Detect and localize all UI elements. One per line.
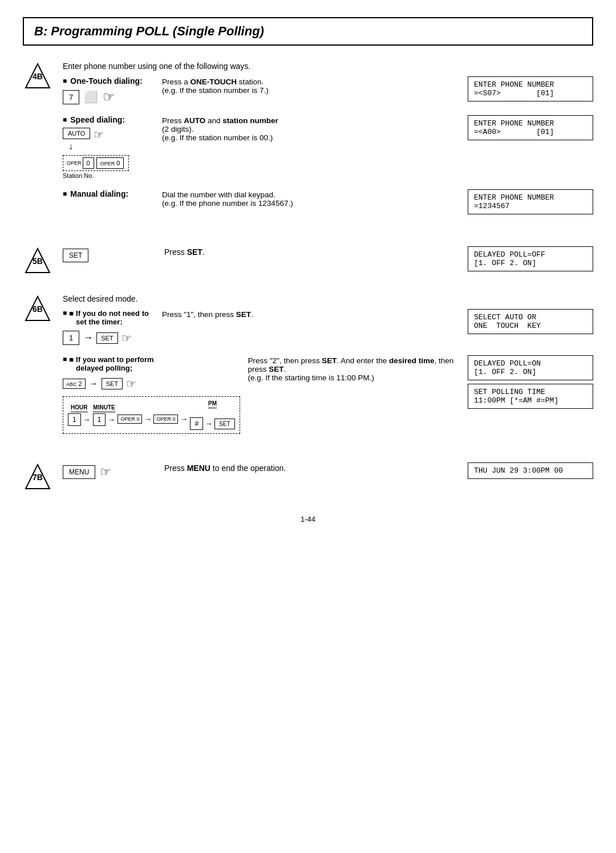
- notimer-set-key: SET: [96, 332, 117, 344]
- notimer-key-1: 1: [63, 331, 79, 345]
- step-4b: 4B Enter phone number using one of the f…: [23, 62, 593, 228]
- step-6b-content: Select desired mode. ■ If you do not nee…: [63, 294, 593, 444]
- notimer-label-text: If you do not need toset the timer:: [76, 309, 149, 326]
- notimer-arrow1: →: [83, 332, 93, 344]
- onetouch-left: One-Touch dialing: 7 ⬜ ☞: [63, 76, 154, 105]
- minute-key-1: 1: [93, 413, 106, 426]
- onetouch-display-box: ENTER PHONE NUMBER =<S07> [01]: [468, 76, 593, 101]
- step-7b-right: THU JUN 29 3:00PM 00: [468, 462, 593, 482]
- notimer-bullet: ■: [69, 309, 74, 318]
- notimer-display-box: SELECT AUTO OR ONE TOUCH KEY: [468, 309, 593, 334]
- hour-key-1: 1: [68, 413, 81, 426]
- speed-instr-plain: Press: [162, 116, 184, 125]
- method-notimer: ■ If you do not need toset the timer: 1 …: [63, 309, 593, 345]
- hour-label: HOUR: [71, 404, 87, 412]
- delayed-left: ■ If you want to performdelayed polling;…: [63, 355, 240, 434]
- delayed-instr-mid: . And enter the: [337, 356, 389, 365]
- delayed-instr-final: .: [284, 365, 286, 373]
- pm-section: PM # → SET: [190, 400, 234, 430]
- step-6b-intro: Select desired mode.: [63, 294, 593, 303]
- delayed-display-box2: SET POLLING TIME 11:00PM [*=AM #=PM]: [468, 384, 593, 409]
- step-5b-instr-end: .: [202, 247, 205, 257]
- hand-notimer: ☞: [121, 331, 132, 345]
- step-6b-badge: 6B: [23, 294, 52, 324]
- notimer-mid: Press "1", then press SET.: [162, 309, 460, 319]
- speed-display: ENTER PHONE NUMBER =<A00> [01]: [468, 115, 593, 144]
- bottom-row-inner: HOUR 1 → MINUTE 1 →: [68, 400, 235, 430]
- onetouch-mid: Press a ONE-TOUCH station. (e.g. If the …: [162, 76, 460, 95]
- notimer-instr-bold: SET: [236, 310, 251, 319]
- step-7b-instr-plain: Press: [164, 464, 187, 473]
- manual-display: ENTER PHONE NUMBER =1234567: [468, 189, 593, 218]
- pm-arrow: →: [205, 419, 213, 428]
- delayed-set-key1: SET: [102, 378, 123, 389]
- oper-arrow2: →: [180, 415, 188, 424]
- hand-auto: ☞: [94, 128, 104, 141]
- notimer-instr-plain: Press "1", then press: [162, 310, 236, 319]
- delayed-label-text: If you want to performdelayed polling;: [76, 355, 154, 372]
- delayed-top-row: ABC 2 → SET ☞: [63, 377, 240, 391]
- hand-menu: ☞: [100, 465, 111, 480]
- hand-delayed: ☞: [126, 377, 136, 391]
- method-speed: Speed dialing: AUTO ☞ ↓ OPER 0 OPER 0: [63, 115, 593, 179]
- delayed-arrow1: →: [89, 379, 98, 389]
- delayed-display-box1: DELAYED POLL=ON [1. OFF 2. ON]: [468, 355, 593, 380]
- step-4b-label: 4B: [33, 72, 43, 81]
- step-5b-display: DELAYED POLL=OFF [1. OFF 2. ON]: [468, 246, 593, 271]
- pm-label: PM: [208, 400, 217, 408]
- step-4b-intro: Enter phone number using one of the foll…: [63, 62, 593, 71]
- step-7b-label: 7B: [33, 473, 43, 482]
- oper-arrow: →: [144, 415, 152, 424]
- step-7b-mid: Press MENU to end the operation.: [164, 462, 457, 473]
- speed-instr-mid: and: [205, 116, 222, 125]
- manual-label: Manual dialing:: [63, 189, 154, 198]
- step-6b: 6B Select desired mode. ■ If you do not …: [23, 294, 593, 444]
- delayed-label: ■ If you want to performdelayed polling;: [63, 355, 240, 372]
- onetouch-arrow: ⬜: [84, 90, 98, 104]
- step-7b-display: THU JUN 29 3:00PM 00: [468, 462, 593, 479]
- notimer-instr-end: .: [251, 310, 253, 319]
- step-7b-badge: 7B: [23, 462, 52, 492]
- onetouch-display: ENTER PHONE NUMBER =<S07> [01]: [468, 76, 593, 105]
- step-7b-left: MENU ☞: [63, 462, 154, 480]
- delayed-bottom-diagram: HOUR 1 → MINUTE 1 →: [63, 396, 240, 434]
- page-number: 1-44: [23, 515, 593, 523]
- menu-key: MENU: [63, 465, 95, 479]
- step-7b-instr-bold: MENU: [187, 464, 210, 473]
- onetouch-key-7: 7: [63, 90, 79, 104]
- notimer-display: SELECT AUTO OR ONE TOUCH KEY: [468, 309, 593, 338]
- onetouch-instr-end: station.: [237, 78, 264, 86]
- method-manual: Manual dialing: Dial the number with dia…: [63, 189, 593, 218]
- auto-key: AUTO: [63, 128, 90, 139]
- delayed-instr-plain: Press "2", then press: [248, 356, 322, 365]
- notimer-label: ■ If you do not need toset the timer:: [63, 309, 154, 326]
- delayed-display: DELAYED POLL=ON [1. OFF 2. ON] SET POLLI…: [468, 355, 593, 412]
- method-onetouch: One-Touch dialing: 7 ⬜ ☞ Press a ONE-TOU…: [63, 76, 593, 105]
- oper-key-0b: OPER 0: [96, 157, 124, 169]
- set-key-5b: SET: [63, 249, 88, 262]
- speed-instr-bold1: AUTO: [184, 116, 205, 125]
- hour-section: HOUR 1 →: [68, 404, 91, 426]
- step-7b-content: MENU ☞ Press MENU to end the operation. …: [63, 462, 593, 482]
- delayed-instr-bold1: SET: [322, 356, 337, 365]
- menu-diagram: MENU ☞: [63, 465, 154, 480]
- speed-mid: Press AUTO and station number(2 digits).…: [162, 115, 460, 142]
- step-5b-mid: Press SET.: [164, 246, 457, 257]
- onetouch-instr-plain: Press a: [162, 78, 191, 86]
- down-arrow: ↓: [68, 141, 154, 152]
- onetouch-diagram: 7 ⬜ ☞: [63, 89, 154, 105]
- step-7b-instr-end: to end the operation.: [210, 464, 286, 473]
- pm-hash-key: #: [190, 417, 203, 430]
- step-5b-content: SET Press SET. DELAYED POLL=OFF [1. OFF …: [63, 246, 593, 275]
- notimer-left: ■ If you do not need toset the timer: 1 …: [63, 309, 154, 345]
- step-5b-instr-bold: SET: [187, 247, 202, 257]
- oper-label1: OPER: [67, 160, 82, 166]
- onetouch-instr2: (e.g. If the station number is 7.): [162, 86, 269, 95]
- hour-arrow: →: [83, 415, 91, 424]
- speed-label: Speed dialing:: [63, 115, 154, 124]
- step-5b-label: 5B: [33, 257, 43, 266]
- minute-section: MINUTE 1 →: [93, 404, 116, 426]
- minute-label: MINUTE: [93, 404, 115, 412]
- onetouch-instr-bold: ONE-TOUCH: [191, 78, 237, 86]
- oper-0a: OPER 0: [117, 415, 142, 424]
